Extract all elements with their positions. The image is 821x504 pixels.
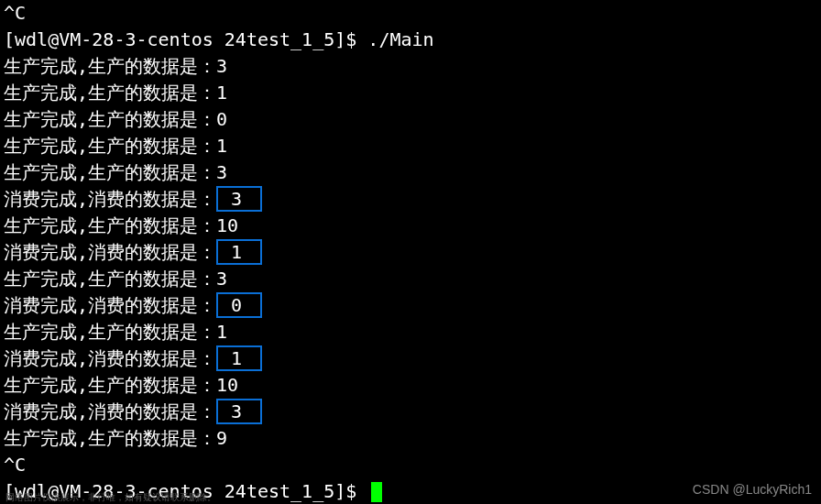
terminal-line: 生产完成,生产的数据是：1 [4,319,817,345]
producer-value: 10 [216,214,238,236]
terminal-window[interactable]: ^C[wdl@VM-28-3-centos 24test_1_5]$ ./Mai… [0,0,821,504]
producer-value: 3 [216,55,227,77]
terminal-line: 消费完成,消费的数据是： 1 [4,239,817,266]
producer-label: 生产完成,生产的数据是： [4,268,216,290]
terminal-line: 生产完成,生产的数据是：3 [4,53,817,80]
producer-label: 生产完成,生产的数据是： [4,55,216,77]
watermark-text: CSDN @LuckyRich1 [693,480,812,499]
consumer-label: 消费完成,消费的数据是： [4,188,216,210]
terminal-line: 生产完成,生产的数据是：10 [4,372,817,399]
producer-value: 10 [216,374,238,396]
consumer-value-highlighted: 0 [216,292,262,318]
terminal-line: 消费完成,消费的数据是： 1 [4,345,817,372]
producer-label: 生产完成,生产的数据是： [4,427,216,449]
consumer-label: 消费完成,消费的数据是： [4,347,216,369]
producer-value: 3 [216,161,227,183]
terminal-line: ^C [4,452,817,478]
producer-value: 1 [216,321,227,343]
producer-label: 生产完成,生产的数据是： [4,82,216,104]
producer-value: 9 [216,427,227,449]
producer-label: 生产完成,生产的数据是： [4,161,216,183]
terminal-line: [wdl@VM-28-3-centos 24test_1_5]$ ./Main [4,27,817,53]
terminal-line: 生产完成,生产的数据是：0 [4,106,817,133]
consumer-value-highlighted: 3 [216,186,262,212]
output-text: ^C [4,454,26,476]
producer-value: 1 [216,135,227,157]
producer-value: 3 [216,268,227,290]
terminal-line: 生产完成,生产的数据是：1 [4,80,817,106]
cursor-block[interactable] [371,482,382,502]
producer-value: 0 [216,108,227,130]
consumer-value-highlighted: 1 [216,239,262,265]
terminal-line: 生产完成,生产的数据是：3 [4,266,817,292]
shell-prompt: [wdl@VM-28-3-centos 24test_1_5]$ [4,28,367,50]
terminal-line: 消费完成,消费的数据是： 3 [4,399,817,425]
producer-label: 生产完成,生产的数据是： [4,321,216,343]
consumer-label: 消费完成,消费的数据是： [4,400,216,422]
producer-label: 生产完成,生产的数据是： [4,374,216,396]
producer-value: 1 [216,82,227,104]
terminal-line: 生产完成,生产的数据是：1 [4,133,817,159]
consumer-value-highlighted: 3 [216,399,262,424]
terminal-line: 生产完成,生产的数据是：10 [4,213,817,239]
consumer-value-highlighted: 1 [216,345,262,371]
command-text: ./Main [367,28,433,50]
footer-disclaimer: 网络图片仅供展示，非行唯，如有疑议请联系删除。 [5,491,216,505]
terminal-line: ^C [4,0,817,27]
terminal-line: 消费完成,消费的数据是： 3 [4,186,817,213]
output-text: ^C [4,2,26,24]
producer-label: 生产完成,生产的数据是： [4,214,216,236]
consumer-label: 消费完成,消费的数据是： [4,294,216,316]
terminal-line: 生产完成,生产的数据是：3 [4,159,817,186]
terminal-line: 消费完成,消费的数据是： 0 [4,292,817,319]
consumer-label: 消费完成,消费的数据是： [4,241,216,263]
producer-label: 生产完成,生产的数据是： [4,108,216,130]
producer-label: 生产完成,生产的数据是： [4,135,216,157]
terminal-line: 生产完成,生产的数据是：9 [4,425,817,452]
